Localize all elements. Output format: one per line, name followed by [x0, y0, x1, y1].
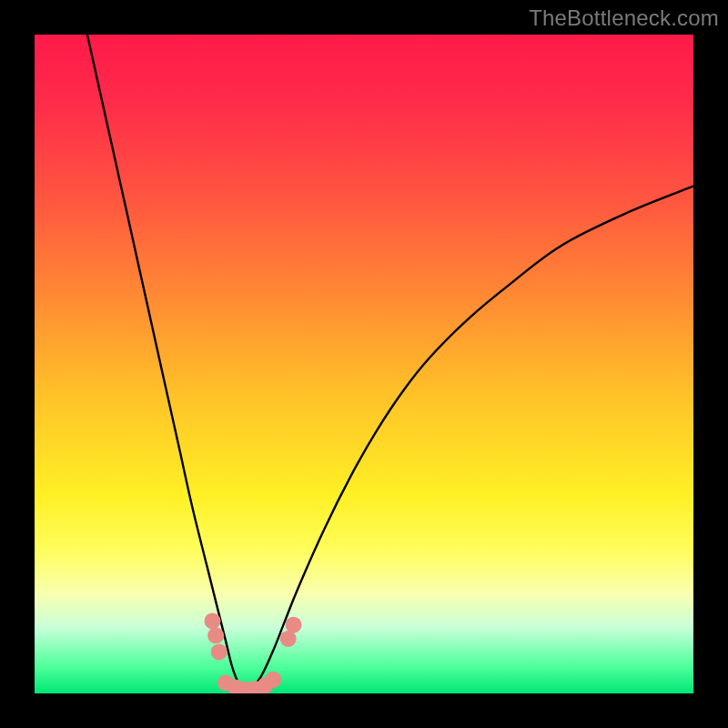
- curve-left-branch: [87, 35, 246, 691]
- curve-right-branch: [246, 187, 693, 692]
- bottleneck-curve: [35, 35, 693, 693]
- svg-point-0: [205, 612, 221, 629]
- chart-frame: TheBottleneck.com: [0, 0, 728, 728]
- svg-point-8: [265, 672, 281, 688]
- svg-point-10: [286, 617, 302, 633]
- svg-point-2: [211, 643, 228, 660]
- watermark-text: TheBottleneck.com: [529, 5, 719, 31]
- svg-point-1: [207, 627, 224, 643]
- trough-markers: [205, 612, 302, 693]
- plot-area: [35, 35, 693, 693]
